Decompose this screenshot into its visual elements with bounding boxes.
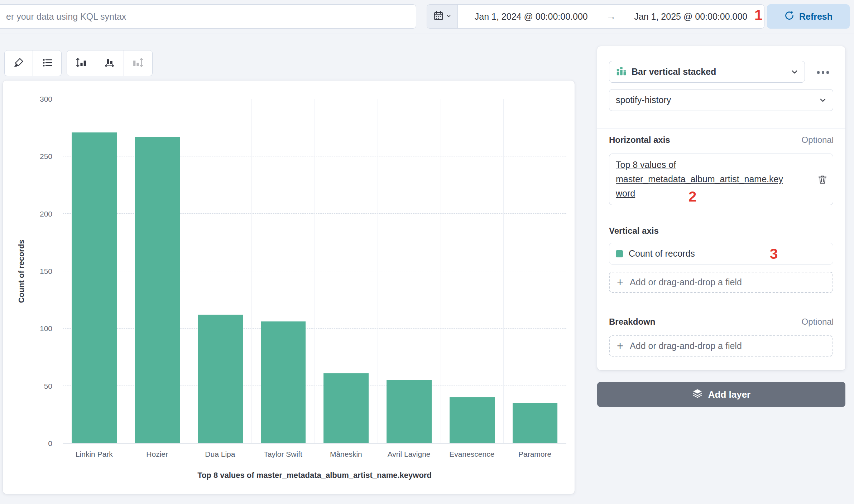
remove-dimension-button[interactable] <box>817 174 828 185</box>
x-tick-label: Taylor Swift <box>251 450 315 459</box>
category-band <box>251 99 315 443</box>
add-field-label: Add or drag-and-drop a field <box>630 277 742 287</box>
plot-area <box>63 99 566 444</box>
data-view-label: spotify-history <box>616 95 671 105</box>
chevron-down-icon <box>446 13 451 20</box>
section-divider <box>597 129 845 129</box>
x-tick-label: Hozier <box>126 450 189 459</box>
add-layer-button[interactable]: Add layer <box>597 382 845 407</box>
horizontal-axis-icon <box>104 57 115 70</box>
bar-series[interactable] <box>261 321 306 443</box>
horizontal-axis-section-title: Horizontal axis <box>609 135 670 145</box>
x-tick-label: Dua Lipa <box>189 450 252 459</box>
horizontal-axis-optional-label: Optional <box>802 135 834 145</box>
layer-actions-button[interactable] <box>815 66 831 78</box>
kql-search-input[interactable] <box>0 4 416 29</box>
horizontal-axis-dimension-label[interactable]: Top 8 values of master_metadata_album_ar… <box>616 158 788 200</box>
category-band <box>503 99 566 443</box>
chevron-down-icon <box>791 68 798 76</box>
y-tick-label: 0 <box>48 439 52 448</box>
y-tick-label: 100 <box>40 324 52 333</box>
y-axis-ticks: 050100150200250300 <box>3 99 57 444</box>
breakdown-section-title: Breakdown <box>609 317 655 327</box>
y-tick-label: 150 <box>40 267 52 276</box>
bar-series[interactable] <box>387 380 432 443</box>
chart-type-dropdown[interactable]: Bar vertical stacked <box>609 61 805 83</box>
bar-series[interactable] <box>72 132 117 443</box>
x-tick-label: Linkin Park <box>63 450 126 459</box>
vertical-axis-dimension-label: Count of records <box>629 248 695 259</box>
dots-icon <box>822 71 824 74</box>
refresh-button[interactable]: Refresh <box>767 4 850 29</box>
legend-list-icon <box>42 57 53 70</box>
vertical-axis-dimension[interactable]: Count of records <box>609 243 833 265</box>
arrow-right-icon: → <box>605 11 618 22</box>
chevron-down-icon <box>819 97 826 104</box>
x-tick-label: Evanescence <box>441 450 504 459</box>
annotation-number: 2 <box>689 189 696 205</box>
vertical-axis-section-title: Vertical axis <box>609 226 659 236</box>
chart-type-label: Bar vertical stacked <box>632 67 716 77</box>
bands <box>63 99 566 443</box>
bar-series[interactable] <box>513 403 558 443</box>
category-band <box>315 99 378 443</box>
category-band <box>378 99 441 443</box>
layers-icon <box>692 388 703 401</box>
category-band <box>441 99 504 443</box>
add-field-label: Add or drag-and-drop a field <box>630 341 742 351</box>
annotation-number: 3 <box>770 246 778 262</box>
vertical-axis-add-field-button[interactable]: + Add or drag-and-drop a field <box>609 272 833 293</box>
bottom-axis-settings-button[interactable] <box>95 50 124 76</box>
bar-series[interactable] <box>135 137 180 443</box>
horizontal-axis-dimension[interactable]: Top 8 values of master_metadata_album_ar… <box>609 154 833 205</box>
y-tick-label: 250 <box>40 152 52 161</box>
category-band <box>189 99 252 443</box>
metric-swatch <box>616 250 623 257</box>
plus-icon: + <box>617 277 623 288</box>
annotation-number: 1 <box>754 7 762 23</box>
header-divider <box>0 34 854 34</box>
y-tick-label: 50 <box>44 382 52 391</box>
calendar-quick-select-button[interactable] <box>427 5 458 28</box>
plus-icon: + <box>617 340 623 352</box>
y-tick-label: 300 <box>40 95 52 103</box>
y-tick-label: 200 <box>40 210 52 218</box>
end-date-button[interactable]: Jan 1, 2025 @ 00:00:00.000 <box>618 11 764 22</box>
visual-options-button[interactable] <box>4 50 33 76</box>
section-divider <box>597 219 845 219</box>
bar-series[interactable] <box>323 373 369 443</box>
calendar-icon <box>433 10 444 23</box>
right-axis-icon <box>132 57 144 70</box>
category-band <box>63 99 126 443</box>
vertical-axis-icon <box>75 57 87 70</box>
add-layer-label: Add layer <box>708 389 751 400</box>
data-view-dropdown[interactable]: spotify-history <box>609 89 833 111</box>
x-axis-title: Top 8 values of master_metadata_album_ar… <box>63 471 566 480</box>
refresh-icon <box>784 10 795 23</box>
axis-settings-button-group <box>67 50 153 76</box>
left-axis-settings-button[interactable] <box>67 50 95 76</box>
date-range-picker: Jan 1, 2024 @ 00:00:00.000 → Jan 1, 2025… <box>427 4 764 29</box>
start-date-button[interactable]: Jan 1, 2024 @ 00:00:00.000 <box>458 11 605 22</box>
breakdown-add-field-button[interactable]: + Add or drag-and-drop a field <box>609 335 833 357</box>
x-tick-label: Avril Lavigne <box>378 450 441 459</box>
x-tick-label: Paramore <box>503 450 566 459</box>
paint-brush-icon <box>13 57 24 70</box>
visual-options-button-group <box>4 50 62 76</box>
refresh-label: Refresh <box>799 11 833 22</box>
category-band <box>126 99 189 443</box>
right-axis-settings-button[interactable] <box>124 50 153 76</box>
x-tick-label: Måneskin <box>315 450 378 459</box>
section-divider <box>597 309 845 309</box>
legend-settings-button[interactable] <box>33 50 62 76</box>
x-axis-labels: Linkin ParkHozierDua LipaTaylor SwiftMån… <box>63 450 566 459</box>
chart-panel: Count of records 050100150200250300 Link… <box>3 81 575 494</box>
breakdown-optional-label: Optional <box>802 317 834 327</box>
bar-stacked-chart-icon <box>616 66 627 78</box>
bar-series[interactable] <box>450 397 495 443</box>
dots-icon <box>826 71 829 74</box>
dots-icon <box>817 71 820 74</box>
lens-layer-panel: Bar vertical stacked spotify-history Hor… <box>597 46 845 370</box>
bar-series[interactable] <box>198 315 243 443</box>
